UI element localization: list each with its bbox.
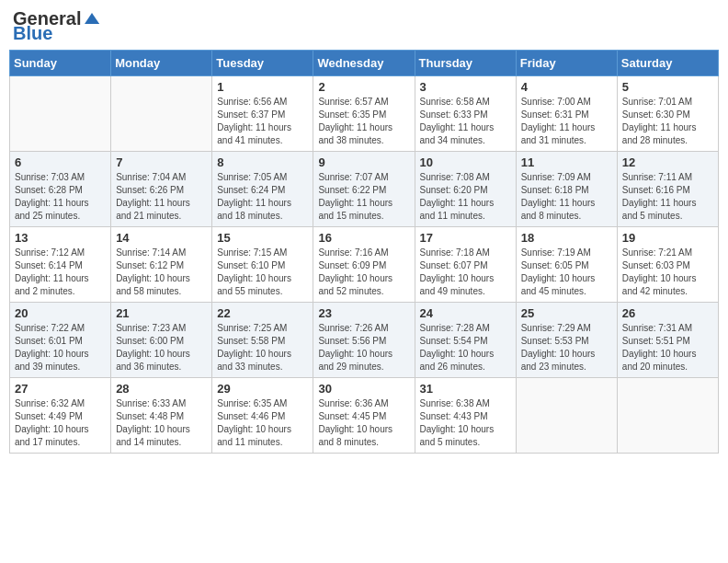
calendar-cell: 2Sunrise: 6:57 AMSunset: 6:35 PMDaylight… — [313, 76, 415, 152]
calendar-cell: 31Sunrise: 6:38 AMSunset: 4:43 PMDayligh… — [415, 378, 516, 454]
cell-content: Sunrise: 7:18 AMSunset: 6:07 PMDaylight:… — [420, 247, 511, 298]
week-row-2: 6Sunrise: 7:03 AMSunset: 6:28 PMDaylight… — [10, 152, 719, 227]
header-cell-thursday: Thursday — [415, 51, 516, 76]
calendar-cell: 17Sunrise: 7:18 AMSunset: 6:07 PMDayligh… — [415, 227, 516, 303]
header-cell-saturday: Saturday — [617, 51, 718, 76]
day-number: 14 — [116, 231, 207, 245]
calendar-cell: 23Sunrise: 7:26 AMSunset: 5:56 PMDayligh… — [313, 303, 415, 378]
day-number: 13 — [15, 231, 106, 245]
day-number: 29 — [217, 382, 308, 396]
day-number: 10 — [420, 155, 511, 169]
cell-content: Sunrise: 6:57 AMSunset: 6:35 PMDaylight:… — [318, 96, 409, 147]
day-number: 11 — [521, 155, 612, 169]
calendar-cell: 25Sunrise: 7:29 AMSunset: 5:53 PMDayligh… — [516, 303, 617, 378]
day-number: 8 — [217, 155, 308, 169]
day-number: 27 — [15, 382, 106, 396]
header-cell-sunday: Sunday — [10, 51, 111, 76]
logo: General Blue — [13, 9, 101, 42]
calendar-cell: 4Sunrise: 7:00 AMSunset: 6:31 PMDaylight… — [516, 76, 617, 152]
day-number: 28 — [116, 382, 207, 396]
cell-content: Sunrise: 7:21 AMSunset: 6:03 PMDaylight:… — [622, 247, 713, 298]
week-row-1: 1Sunrise: 6:56 AMSunset: 6:37 PMDaylight… — [10, 76, 719, 152]
day-number: 22 — [217, 306, 308, 320]
day-number: 15 — [217, 231, 308, 245]
day-number: 20 — [15, 306, 106, 320]
calendar-cell: 9Sunrise: 7:07 AMSunset: 6:22 PMDaylight… — [313, 152, 415, 227]
cell-content: Sunrise: 7:04 AMSunset: 6:26 PMDaylight:… — [116, 171, 207, 223]
calendar-cell: 13Sunrise: 7:12 AMSunset: 6:14 PMDayligh… — [10, 227, 111, 303]
day-number: 7 — [116, 155, 207, 169]
calendar-cell: 20Sunrise: 7:22 AMSunset: 6:01 PMDayligh… — [10, 303, 111, 378]
calendar-cell: 26Sunrise: 7:31 AMSunset: 5:51 PMDayligh… — [617, 303, 718, 378]
day-number: 26 — [622, 306, 713, 320]
cell-content: Sunrise: 7:03 AMSunset: 6:28 PMDaylight:… — [15, 171, 106, 223]
calendar-table: SundayMondayTuesdayWednesdayThursdayFrid… — [9, 50, 719, 454]
cell-content: Sunrise: 7:08 AMSunset: 6:20 PMDaylight:… — [420, 171, 511, 223]
day-number: 25 — [521, 306, 612, 320]
week-row-5: 27Sunrise: 6:32 AMSunset: 4:49 PMDayligh… — [10, 378, 719, 454]
calendar-cell — [111, 76, 212, 152]
calendar-cell: 30Sunrise: 6:36 AMSunset: 4:45 PMDayligh… — [313, 378, 415, 454]
calendar-cell: 7Sunrise: 7:04 AMSunset: 6:26 PMDaylight… — [111, 152, 212, 227]
calendar-body: 1Sunrise: 6:56 AMSunset: 6:37 PMDaylight… — [10, 76, 719, 454]
cell-content: Sunrise: 7:31 AMSunset: 5:51 PMDaylight:… — [622, 322, 713, 373]
calendar-cell: 22Sunrise: 7:25 AMSunset: 5:58 PMDayligh… — [212, 303, 313, 378]
cell-content: Sunrise: 7:22 AMSunset: 6:01 PMDaylight:… — [15, 322, 106, 373]
calendar-cell: 11Sunrise: 7:09 AMSunset: 6:18 PMDayligh… — [516, 152, 617, 227]
calendar-cell: 18Sunrise: 7:19 AMSunset: 6:05 PMDayligh… — [516, 227, 617, 303]
cell-content: Sunrise: 7:12 AMSunset: 6:14 PMDaylight:… — [15, 247, 106, 298]
day-number: 1 — [217, 80, 308, 94]
cell-content: Sunrise: 6:35 AMSunset: 4:46 PMDaylight:… — [217, 397, 308, 449]
week-row-3: 13Sunrise: 7:12 AMSunset: 6:14 PMDayligh… — [10, 227, 719, 303]
calendar-cell: 14Sunrise: 7:14 AMSunset: 6:12 PMDayligh… — [111, 227, 212, 303]
cell-content: Sunrise: 7:07 AMSunset: 6:22 PMDaylight:… — [318, 171, 409, 223]
cell-content: Sunrise: 7:01 AMSunset: 6:30 PMDaylight:… — [622, 96, 713, 147]
week-row-4: 20Sunrise: 7:22 AMSunset: 6:01 PMDayligh… — [10, 303, 719, 378]
cell-content: Sunrise: 7:11 AMSunset: 6:16 PMDaylight:… — [622, 171, 713, 223]
day-number: 3 — [420, 80, 511, 94]
calendar-header: SundayMondayTuesdayWednesdayThursdayFrid… — [10, 51, 719, 76]
day-number: 6 — [15, 155, 106, 169]
calendar-cell — [617, 378, 718, 454]
logo-icon — [83, 11, 101, 26]
calendar-cell: 21Sunrise: 7:23 AMSunset: 6:00 PMDayligh… — [111, 303, 212, 378]
day-number: 9 — [318, 155, 409, 169]
logo-blue-text: Blue — [13, 24, 52, 42]
calendar-cell: 29Sunrise: 6:35 AMSunset: 4:46 PMDayligh… — [212, 378, 313, 454]
header-cell-friday: Friday — [516, 51, 617, 76]
day-number: 19 — [622, 231, 713, 245]
cell-content: Sunrise: 6:33 AMSunset: 4:48 PMDaylight:… — [116, 397, 207, 449]
calendar-cell: 5Sunrise: 7:01 AMSunset: 6:30 PMDaylight… — [617, 76, 718, 152]
calendar-cell: 24Sunrise: 7:28 AMSunset: 5:54 PMDayligh… — [415, 303, 516, 378]
day-number: 17 — [420, 231, 511, 245]
cell-content: Sunrise: 6:56 AMSunset: 6:37 PMDaylight:… — [217, 96, 308, 147]
calendar-cell: 6Sunrise: 7:03 AMSunset: 6:28 PMDaylight… — [10, 152, 111, 227]
calendar-cell: 3Sunrise: 6:58 AMSunset: 6:33 PMDaylight… — [415, 76, 516, 152]
cell-content: Sunrise: 7:09 AMSunset: 6:18 PMDaylight:… — [521, 171, 612, 223]
calendar-cell: 1Sunrise: 6:56 AMSunset: 6:37 PMDaylight… — [212, 76, 313, 152]
day-number: 21 — [116, 306, 207, 320]
cell-content: Sunrise: 6:38 AMSunset: 4:43 PMDaylight:… — [420, 397, 511, 449]
day-number: 31 — [420, 382, 511, 396]
day-number: 16 — [318, 231, 409, 245]
day-number: 4 — [521, 80, 612, 94]
header-cell-tuesday: Tuesday — [212, 51, 313, 76]
calendar-cell: 19Sunrise: 7:21 AMSunset: 6:03 PMDayligh… — [617, 227, 718, 303]
page-header: General Blue — [9, 9, 719, 42]
calendar-cell — [516, 378, 617, 454]
day-number: 2 — [318, 80, 409, 94]
calendar-cell: 12Sunrise: 7:11 AMSunset: 6:16 PMDayligh… — [617, 152, 718, 227]
calendar-cell: 10Sunrise: 7:08 AMSunset: 6:20 PMDayligh… — [415, 152, 516, 227]
cell-content: Sunrise: 6:32 AMSunset: 4:49 PMDaylight:… — [15, 397, 106, 449]
cell-content: Sunrise: 7:23 AMSunset: 6:00 PMDaylight:… — [116, 322, 207, 373]
calendar-cell — [10, 76, 111, 152]
cell-content: Sunrise: 7:16 AMSunset: 6:09 PMDaylight:… — [318, 247, 409, 298]
cell-content: Sunrise: 7:05 AMSunset: 6:24 PMDaylight:… — [217, 171, 308, 223]
header-cell-monday: Monday — [111, 51, 212, 76]
calendar-cell: 8Sunrise: 7:05 AMSunset: 6:24 PMDaylight… — [212, 152, 313, 227]
day-number: 30 — [318, 382, 409, 396]
day-number: 5 — [622, 80, 713, 94]
header-row: SundayMondayTuesdayWednesdayThursdayFrid… — [10, 51, 719, 76]
cell-content: Sunrise: 7:29 AMSunset: 5:53 PMDaylight:… — [521, 322, 612, 373]
calendar-cell: 27Sunrise: 6:32 AMSunset: 4:49 PMDayligh… — [10, 378, 111, 454]
